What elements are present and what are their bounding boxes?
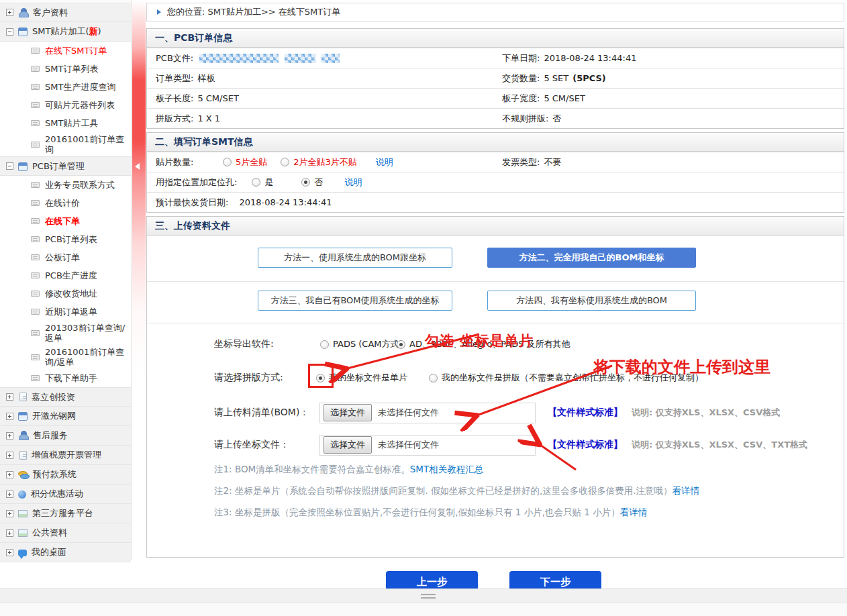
sidebar-item-public-resources[interactable]: 公共资料 xyxy=(0,523,131,543)
sidebar-item-pre-20161001-orders-reorder[interactable]: 20161001前订单查询/返单 xyxy=(0,345,131,369)
document-icon xyxy=(31,66,40,72)
radio-label[interactable]: PADS (CAM方式) xyxy=(333,338,403,350)
sidebar-item-jlc-investment[interactable]: 嘉立创投资 xyxy=(0,387,131,407)
bom-format-note: 说明: 仅支持XLS、XLSX、CSV格式 xyxy=(632,407,780,419)
expand-icon[interactable] xyxy=(6,452,13,459)
field-label: 请上传坐标文件： xyxy=(214,439,289,451)
field-label: 板子长度: xyxy=(156,93,193,105)
hole-help-link[interactable]: 说明 xyxy=(344,176,362,189)
expand-icon[interactable] xyxy=(6,413,13,420)
sidebar-item-smt-processing[interactable]: SMT贴片加工(新) xyxy=(0,22,131,42)
radio-label[interactable]: 我的坐标文件是单片 xyxy=(329,372,407,384)
choose-file-button[interactable]: 选择文件 xyxy=(323,404,372,421)
field-label: 拼版方式: xyxy=(156,113,193,125)
sidebar-item-points-promo[interactable]: 积分优惠活动 xyxy=(0,484,131,504)
section-pcb-info: 一、PCB订单信息 PCB文件: 下单日期: 2018-08-24 13:44:… xyxy=(146,28,844,129)
bom-format-standard-link[interactable]: 【文件样式标准】 xyxy=(548,407,623,419)
sidebar-item-pcb-order-list[interactable]: PCB订单列表 xyxy=(0,230,131,248)
sidebar-item-pcb-progress[interactable]: PCB生产进度 xyxy=(0,266,131,285)
qty-help-link[interactable]: 说明 xyxy=(376,156,393,168)
sidebar-item-smt-progress-query[interactable]: SMT生产进度查询 xyxy=(0,78,131,96)
radio-software-pads[interactable] xyxy=(320,340,329,349)
method-1-button[interactable]: 方法一、使用系统生成的BOM跟坐标 xyxy=(258,248,452,268)
redacted-pcb-filename xyxy=(285,54,315,63)
sidebar-item-prepayment[interactable]: 预付款系统 xyxy=(0,465,131,484)
note-3-details-link[interactable]: 看详情 xyxy=(620,507,648,517)
expand-icon[interactable] xyxy=(6,529,13,537)
sidebar-item-vat-invoice[interactable]: 增值税票开票管理 xyxy=(0,446,131,465)
sidebar-item-after-sales[interactable]: 售后服务 xyxy=(0,426,131,446)
collapse-icon[interactable] xyxy=(6,28,13,36)
radio-label[interactable]: 否 xyxy=(314,176,323,189)
table-row: 订单类型: 样板 交货数量: 5 SET (5PCS) xyxy=(147,68,844,88)
radio-label[interactable]: 2片全贴3片不贴 xyxy=(293,156,357,168)
method-2-button-active[interactable]: 方法二、完全用我自己的BOM和坐标 xyxy=(487,248,696,268)
document-icon xyxy=(31,102,40,108)
radio-panel-panelized[interactable] xyxy=(429,374,438,382)
sidebar-item-pcb-order-management[interactable]: PCB订单管理 xyxy=(0,156,131,176)
method-3-button[interactable]: 方法三、我自已有BOM使用系统生成的坐标 xyxy=(258,291,452,311)
radio-label[interactable]: 5片全贴 xyxy=(236,156,267,168)
expand-icon[interactable] xyxy=(6,393,13,401)
sidebar-item-sales-contact[interactable]: 业务专员联系方式 xyxy=(0,176,131,194)
sidebar-item-pre-20161001-orders[interactable]: 20161001前订单查询 xyxy=(0,132,131,156)
expand-icon[interactable] xyxy=(6,549,13,556)
field-value: 不要 xyxy=(544,156,561,168)
field-value: 1 X 1 xyxy=(197,113,220,123)
sidebar-item-public-board-order[interactable]: 公板订单 xyxy=(0,248,131,266)
radio-hole-yes[interactable] xyxy=(252,178,260,187)
expand-icon[interactable] xyxy=(6,432,13,440)
coord-format-standard-link[interactable]: 【文件样式标准】 xyxy=(548,439,623,451)
section-upload-files: 三、上传资料文件 方法一、使用系统生成的BOM跟坐标 方法二、完全用我自己的BO… xyxy=(146,216,844,558)
choose-file-button[interactable]: 选择文件 xyxy=(323,436,372,454)
table-row: PCB文件: 下单日期: 2018-08-24 13:44:41 xyxy=(147,48,844,68)
sidebar-item-online-order[interactable]: 在线下单 xyxy=(0,212,131,230)
sidebar-item-customer-data[interactable]: 客户资料 xyxy=(0,3,131,22)
sidebar-item-download-assistant[interactable]: 下载下单助手 xyxy=(0,369,131,387)
expand-icon[interactable] xyxy=(6,510,13,517)
drag-handle-icon[interactable] xyxy=(421,594,436,599)
expand-icon[interactable] xyxy=(6,9,13,16)
coord-file-input[interactable]: 选择文件 未选择任何文件 xyxy=(319,435,536,456)
field-value: 5 SET xyxy=(544,73,568,83)
sidebar-item-online-quote[interactable]: 在线计价 xyxy=(0,194,131,212)
note-1: 注1: BOM清单和坐标文件需要符合嘉立创标准。SMT相关教程汇总 xyxy=(214,464,483,476)
sidebar-item-modify-address[interactable]: 修改收货地址 xyxy=(0,285,131,303)
sidebar-item-laser-stencil[interactable]: 开激光钢网 xyxy=(0,407,131,426)
method-4-button[interactable]: 方法四、我有坐标使用系统生成的BOM xyxy=(487,291,696,311)
collapse-icon[interactable] xyxy=(6,162,13,170)
document-icon xyxy=(31,120,40,126)
sidebar-collapse-strip[interactable] xyxy=(132,0,146,470)
expand-icon[interactable] xyxy=(6,491,13,498)
document-icon xyxy=(31,48,40,54)
document-icon xyxy=(31,218,40,224)
collapse-left-arrow-icon xyxy=(135,163,140,170)
radio-hole-no[interactable] xyxy=(301,178,310,187)
document-icon xyxy=(31,330,40,336)
table-row: 用指定位置加定位孔: 是 否 说明 xyxy=(147,172,844,192)
user-icon xyxy=(18,431,28,440)
sidebar-item-smt-order-list[interactable]: SMT订单列表 xyxy=(0,60,131,78)
radio-software-other[interactable] xyxy=(397,340,405,349)
radio-qty-all5[interactable] xyxy=(223,158,232,166)
sidebar-item-pre-201303-orders[interactable]: 201303前订单查询/返单 xyxy=(0,321,131,345)
document-icon xyxy=(31,354,40,360)
smt-tutorials-link[interactable]: SMT相关教程汇总 xyxy=(410,464,483,474)
field-label: PCB文件: xyxy=(156,52,193,64)
sidebar-item-recent-reorder[interactable]: 近期订单返单 xyxy=(0,303,131,321)
radio-qty-2of5[interactable] xyxy=(281,158,289,166)
sidebar-item-online-smt-order[interactable]: 在线下SMT订单 xyxy=(0,42,131,60)
note-2-details-link[interactable]: 看详情 xyxy=(672,485,700,496)
calendar-icon xyxy=(18,162,28,171)
bom-file-input[interactable]: 选择文件 未选择任何文件 xyxy=(319,403,536,423)
radio-label[interactable]: 是 xyxy=(264,176,273,189)
table-row: 拼版方式: 1 X 1 不规则拼版: 否 xyxy=(147,108,844,128)
sidebar-item-third-party-platform[interactable]: 第三方服务平台 xyxy=(0,504,131,523)
expand-icon[interactable] xyxy=(6,471,13,478)
document-icon xyxy=(31,236,40,242)
sidebar-item-smt-tools[interactable]: SMT贴片工具 xyxy=(0,114,131,132)
sidebar-item-my-desktop[interactable]: 我的桌面 xyxy=(0,543,131,562)
document-icon xyxy=(31,254,40,260)
sidebar-item-mountable-components[interactable]: 可贴片元器件列表 xyxy=(0,96,131,114)
breadcrumb-arrow-icon xyxy=(157,9,161,15)
